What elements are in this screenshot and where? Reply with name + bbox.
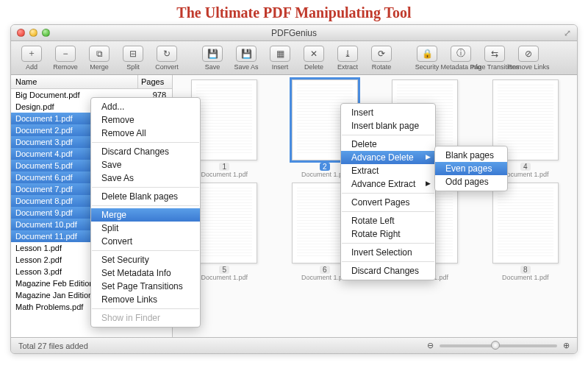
page-number: 6 [320,266,330,274]
page-number: 4 [520,163,531,171]
extract-icon: ⤓ [337,46,358,62]
page-number: 1 [219,163,229,171]
menu-item-odd-pages[interactable]: Odd pages [435,175,507,188]
menu-item-save[interactable]: Save [91,158,200,171]
merge-button[interactable]: ⧉Merge [83,46,115,71]
rotate-button[interactable]: ⟳Rotate [365,46,398,71]
page-doc-name: Document 1.pdf [502,274,549,281]
insert-icon: ▦ [270,46,290,62]
rotate-icon: ⟳ [371,46,392,62]
menu-item-delete[interactable]: Delete [341,138,435,151]
titlebar: PDFGenius ⤢ [11,25,577,41]
convert-icon: ↻ [157,46,177,62]
toolbar: ＋Add−Remove⧉Merge⊟Split↻Convert💾Save💾Sav… [11,41,577,75]
sidebar-context-menu[interactable]: Add...RemoveRemove AllDiscard ChangesSav… [90,97,201,328]
remove-button[interactable]: −Remove [49,46,82,71]
page-doc-name: Document 1.pdf [502,171,549,178]
app-window: PDFGenius ⤢ ＋Add−Remove⧉Merge⊟Split↻Conv… [10,24,578,354]
menu-item-advance-delete[interactable]: Advance Delete [341,151,435,164]
menu-item-rotate-left[interactable]: Rotate Left [341,214,435,227]
menu-item-set-page-transitions[interactable]: Set Page Transitions [91,280,200,293]
page-transitions-icon: ⇆ [484,46,505,62]
menu-item-insert-blank-page[interactable]: Insert blank page [341,119,435,132]
menu-item-show-in-finder[interactable]: Show in Finder [91,311,200,325]
split-icon: ⊟ [123,46,143,62]
page-preview [191,183,257,263]
menu-item-discard-changes[interactable]: Discard Changes [91,145,200,158]
menu-item-delete-blank-pages[interactable]: Delete Blank pages [91,190,200,203]
menu-item-remove-all[interactable]: Remove All [91,127,200,140]
page-preview [191,79,257,160]
save-as-icon: 💾 [236,46,257,62]
page-number: 2 [320,163,330,171]
split-button[interactable]: ⊟Split [117,46,149,71]
page-transitions-button[interactable]: ⇆Page Transitions [478,46,511,71]
menu-item-discard-changes[interactable]: Discard Changes [341,264,435,277]
remove-links-icon: ⊘ [518,46,539,62]
menu-item-save-as[interactable]: Save As [91,171,200,185]
page-doc-name: Document 1.pdf [201,274,248,281]
insert-button[interactable]: ▦Insert [264,46,296,71]
menu-item-remove-links[interactable]: Remove Links [91,293,200,306]
menu-item-merge[interactable]: Merge [91,208,200,222]
tagline: The Ultimate PDF Manipulating Tool [0,0,588,24]
list-header: Name Pages [11,75,172,89]
remove-links-button[interactable]: ⊘Remove Links [512,46,545,71]
menu-item-convert[interactable]: Convert [91,235,200,248]
page-preview [492,183,559,263]
col-header-pages[interactable]: Pages [138,75,172,88]
menu-item-insert[interactable]: Insert [341,106,435,119]
menu-item-invert-selection[interactable]: Invert Selection [341,246,435,259]
thumbnail-context-menu[interactable]: InsertInsert blank pageDeleteAdvance Del… [340,103,436,280]
menu-item-set-security[interactable]: Set Security [91,253,200,266]
menu-item-advance-extract[interactable]: Advance Extract [341,177,435,191]
status-bar: Total 27 files added ⊖ ⊕ [11,337,577,353]
fullscreen-icon[interactable]: ⤢ [564,28,571,38]
add-button[interactable]: ＋Add [15,46,48,71]
menu-item-convert-pages[interactable]: Convert Pages [341,196,435,209]
page-number: 5 [219,266,229,274]
extract-button[interactable]: ⤓Extract [331,46,364,71]
merge-icon: ⧉ [89,46,110,62]
zoom-in-icon[interactable]: ⊕ [563,341,570,350]
menu-item-rotate-right[interactable]: Rotate Right [341,227,435,241]
menu-item-blank-pages[interactable]: Blank pages [435,149,507,162]
save-as-button[interactable]: 💾Save As [230,46,262,71]
delete-button[interactable]: ✕Delete [298,46,330,71]
add-icon: ＋ [21,46,42,62]
menu-item-even-pages[interactable]: Even pages [435,162,507,175]
remove-icon: − [55,46,76,62]
page-doc-name: Document 1.pdf [201,171,248,178]
save-icon: 💾 [202,46,223,62]
menu-item-extract[interactable]: Extract [341,164,435,177]
menu-item-add-[interactable]: Add... [91,100,200,113]
security-icon: 🔒 [417,46,437,62]
window-title: PDFGenius [11,28,577,38]
delete-icon: ✕ [304,46,324,62]
menu-item-split[interactable]: Split [91,222,200,235]
col-header-name[interactable]: Name [11,75,138,88]
status-text: Total 27 files added [18,342,88,350]
convert-button[interactable]: ↻Convert [151,46,183,71]
menu-item-remove[interactable]: Remove [91,113,200,127]
page-number: 8 [520,266,531,274]
zoom-out-icon[interactable]: ⊖ [427,341,434,350]
advance-delete-submenu[interactable]: Blank pagesEven pagesOdd pages [434,146,508,191]
zoom-slider-knob[interactable] [491,341,500,350]
metadata-info-icon: ⓘ [451,46,471,62]
menu-item-set-metadata-info[interactable]: Set Metadata Info [91,266,200,280]
zoom-slider[interactable] [440,344,557,347]
save-button[interactable]: 💾Save [196,46,229,71]
page-thumbnail[interactable]: 8Document 1.pdf [478,183,573,281]
security-button[interactable]: 🔒Security [411,46,443,71]
